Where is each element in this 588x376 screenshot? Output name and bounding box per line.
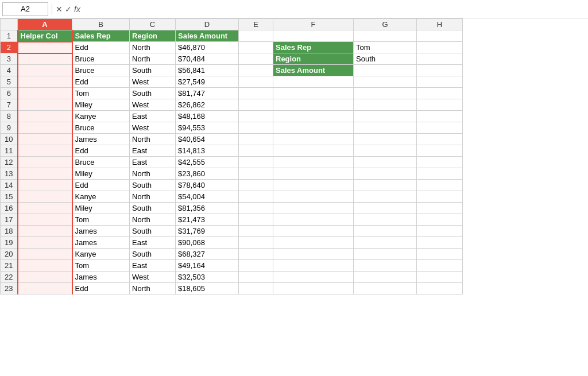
cell-f8[interactable]	[273, 111, 354, 122]
cell-h23[interactable]	[417, 283, 463, 294]
cell-g23[interactable]	[354, 283, 417, 294]
cell-f12[interactable]	[273, 157, 354, 168]
row-header-13[interactable]: 13	[1, 168, 18, 180]
cell-c16[interactable]: South	[130, 203, 176, 214]
cell-d6[interactable]: $81,747	[176, 88, 239, 99]
cell-g21[interactable]	[354, 260, 417, 272]
cell-g5[interactable]	[354, 76, 417, 88]
row-header-2[interactable]: 2	[1, 42, 18, 53]
cell-e12[interactable]	[239, 157, 273, 168]
cell-b13[interactable]: Miley	[72, 168, 130, 180]
cell-e22[interactable]	[239, 272, 273, 283]
cell-c10[interactable]: North	[130, 134, 176, 145]
cell-h20[interactable]	[417, 249, 463, 260]
cell-d4[interactable]: $56,841	[176, 65, 239, 76]
cell-b15[interactable]: Kanye	[72, 191, 130, 203]
cell-a17[interactable]	[18, 214, 72, 226]
col-header-b[interactable]: B	[72, 19, 130, 30]
cell-c3[interactable]: North	[130, 53, 176, 65]
cell-d15[interactable]: $54,004	[176, 191, 239, 203]
cell-d18[interactable]: $31,769	[176, 226, 239, 237]
cell-b9[interactable]: Bruce	[72, 122, 130, 134]
cell-e8[interactable]	[239, 111, 273, 122]
cell-h14[interactable]	[417, 180, 463, 191]
cell-f11[interactable]	[273, 145, 354, 157]
cell-g1[interactable]	[354, 30, 417, 42]
cell-c1[interactable]: Region	[130, 30, 176, 42]
cell-e20[interactable]	[239, 249, 273, 260]
cell-g8[interactable]	[354, 111, 417, 122]
cell-f10[interactable]	[273, 134, 354, 145]
cell-a7[interactable]	[18, 99, 72, 111]
col-header-f[interactable]: F	[273, 19, 354, 30]
lookup-label-sales-rep[interactable]: Sales Rep	[273, 42, 354, 53]
cell-c23[interactable]: North	[130, 283, 176, 294]
cancel-icon[interactable]: ✕	[56, 5, 63, 13]
cell-c6[interactable]: South	[130, 88, 176, 99]
cell-e15[interactable]	[239, 191, 273, 203]
cell-e9[interactable]	[239, 122, 273, 134]
cell-f13[interactable]	[273, 168, 354, 180]
cell-g15[interactable]	[354, 191, 417, 203]
cell-f5[interactable]	[273, 76, 354, 88]
cell-b23[interactable]: Edd	[72, 283, 130, 294]
cell-e19[interactable]	[239, 237, 273, 249]
row-header-23[interactable]: 23	[1, 283, 18, 294]
cell-d8[interactable]: $48,168	[176, 111, 239, 122]
lookup-label-sales-amount[interactable]: Sales Amount	[273, 65, 354, 76]
cell-h19[interactable]	[417, 237, 463, 249]
cell-h9[interactable]	[417, 122, 463, 134]
cell-d19[interactable]: $90,068	[176, 237, 239, 249]
cell-d20[interactable]: $68,327	[176, 249, 239, 260]
row-header-3[interactable]: 3	[1, 53, 18, 65]
cell-a5[interactable]	[18, 76, 72, 88]
cell-f18[interactable]	[273, 226, 354, 237]
cell-e3[interactable]	[239, 53, 273, 65]
cell-f17[interactable]	[273, 214, 354, 226]
cell-g7[interactable]	[354, 99, 417, 111]
cell-e14[interactable]	[239, 180, 273, 191]
cell-e23[interactable]	[239, 283, 273, 294]
row-header-17[interactable]: 17	[1, 214, 18, 226]
cell-e6[interactable]	[239, 88, 273, 99]
cell-f9[interactable]	[273, 122, 354, 134]
cell-c11[interactable]: East	[130, 145, 176, 157]
row-header-14[interactable]: 14	[1, 180, 18, 191]
cell-c18[interactable]: South	[130, 226, 176, 237]
cell-a2[interactable]	[18, 42, 72, 53]
row-header-20[interactable]: 20	[1, 249, 18, 260]
cell-h21[interactable]	[417, 260, 463, 272]
cell-c7[interactable]: West	[130, 99, 176, 111]
cell-a14[interactable]	[18, 180, 72, 191]
cell-c13[interactable]: North	[130, 168, 176, 180]
cell-e16[interactable]	[239, 203, 273, 214]
cell-a19[interactable]	[18, 237, 72, 249]
cell-a1[interactable]: Helper Col	[18, 30, 72, 42]
cell-g16[interactable]	[354, 203, 417, 214]
cell-h15[interactable]	[417, 191, 463, 203]
cell-e7[interactable]	[239, 99, 273, 111]
cell-f1[interactable]	[273, 30, 354, 42]
cell-d11[interactable]: $14,813	[176, 145, 239, 157]
cell-h1[interactable]	[417, 30, 463, 42]
cell-d13[interactable]: $23,860	[176, 168, 239, 180]
cell-f15[interactable]	[273, 191, 354, 203]
cell-b16[interactable]: Miley	[72, 203, 130, 214]
cell-f22[interactable]	[273, 272, 354, 283]
cell-c5[interactable]: West	[130, 76, 176, 88]
cell-e5[interactable]	[239, 76, 273, 88]
lookup-label-region[interactable]: Region	[273, 53, 354, 65]
cell-g18[interactable]	[354, 226, 417, 237]
cell-g20[interactable]	[354, 249, 417, 260]
cell-d16[interactable]: $81,356	[176, 203, 239, 214]
cell-c19[interactable]: East	[130, 237, 176, 249]
cell-a10[interactable]	[18, 134, 72, 145]
row-header-19[interactable]: 19	[1, 237, 18, 249]
cell-c12[interactable]: East	[130, 157, 176, 168]
cell-g13[interactable]	[354, 168, 417, 180]
cell-a21[interactable]	[18, 260, 72, 272]
cell-g10[interactable]	[354, 134, 417, 145]
cell-a4[interactable]	[18, 65, 72, 76]
cell-a9[interactable]	[18, 122, 72, 134]
col-header-g[interactable]: G	[354, 19, 417, 30]
